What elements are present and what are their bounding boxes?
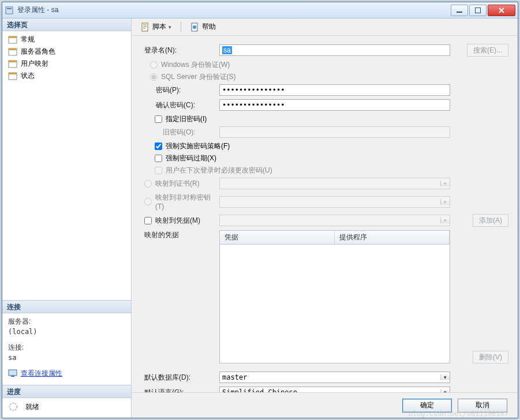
old-password-label: 旧密码(O): — [144, 127, 219, 137]
chevron-down-icon: ▾ — [440, 181, 450, 186]
map-cred-combo: ▾ — [219, 215, 450, 226]
app-icon — [5, 6, 14, 15]
sidebar-item-label: 常规 — [21, 35, 35, 44]
confirm-password-input[interactable] — [219, 99, 450, 111]
sidebar-item-label: 用户映射 — [21, 59, 48, 69]
map-asym-combo: ▾ — [219, 196, 450, 208]
main-panel: 脚本 ▾ 帮助 登录名(N): sa 搜索(E)... — [132, 18, 518, 418]
cancel-button[interactable]: 取消 — [458, 399, 507, 412]
svg-point-17 — [193, 25, 196, 29]
search-button: 搜索(E)... — [467, 44, 508, 57]
help-button[interactable]: 帮助 — [187, 21, 219, 33]
map-cert-combo: ▾ — [219, 178, 450, 189]
svg-rect-7 — [9, 48, 17, 50]
chevron-down-icon[interactable]: ▾ — [440, 374, 450, 380]
minimize-button[interactable] — [451, 5, 468, 16]
sidebar-connection-header: 连接 — [2, 301, 131, 313]
form-area: 登录名(N): sa 搜索(E)... Windows 身份验证(W) SQL … — [132, 36, 518, 392]
must-change-input — [155, 167, 162, 174]
map-cred-label: 映射到凭据(M) — [155, 216, 200, 226]
mapped-creds-label: 映射的凭据 — [144, 230, 219, 240]
svg-rect-9 — [9, 61, 17, 62]
map-asym-label: 映射到非对称密钥(T) — [155, 193, 219, 211]
map-cert-label: 映射到证书(R) — [155, 179, 200, 189]
enforce-policy-input[interactable] — [155, 142, 162, 150]
script-label: 脚本 — [152, 22, 166, 32]
credentials-grid[interactable] — [219, 245, 450, 363]
login-name-label: 登录名(N): — [144, 46, 219, 55]
sidebar-item-server-roles[interactable]: 服务器角色 — [2, 46, 131, 58]
login-name-value: sa — [222, 46, 232, 54]
titlebar[interactable]: 登录属性 - sa — [2, 2, 518, 18]
remove-button: 删除(V) — [473, 351, 508, 363]
monitor-icon — [8, 369, 17, 377]
svg-rect-3 — [475, 7, 481, 13]
default-db-label: 默认数据库(D): — [144, 373, 219, 382]
ok-button[interactable]: 确定 — [402, 399, 452, 412]
sidebar: 选择页 常规 服务器角色 用户映射 状态 — [2, 18, 132, 418]
page-icon — [8, 36, 17, 44]
svg-rect-1 — [7, 8, 12, 9]
sql-auth-radio: SQL Server 身份验证(S) — [144, 72, 508, 82]
svg-rect-5 — [9, 36, 17, 38]
default-lang-combo[interactable]: Simplified Chinese▾ — [219, 387, 450, 392]
view-connection-properties-link[interactable]: 查看连接属性 — [8, 369, 62, 378]
sidebar-item-label: 状态 — [21, 71, 35, 81]
toolbar: 脚本 ▾ 帮助 — [132, 18, 518, 36]
sidebar-page-list: 常规 服务器角色 用户映射 状态 — [2, 31, 131, 84]
confirm-password-label: 确认密码(C): — [144, 100, 219, 110]
page-icon — [8, 48, 17, 56]
default-lang-value: Simplified Chinese — [220, 388, 440, 392]
default-lang-label: 默认语言(G): — [144, 388, 219, 393]
specify-old-password-input[interactable] — [155, 115, 162, 123]
password-input[interactable] — [219, 84, 450, 96]
connection-value: sa — [8, 354, 125, 362]
sidebar-progress-header: 进度 — [2, 385, 131, 398]
page-icon — [8, 72, 17, 80]
enforce-policy-checkbox[interactable]: 强制实施密码策略(F) — [144, 141, 508, 151]
progress-status: 就绪 — [25, 402, 39, 412]
connection-label: 连接: — [8, 343, 125, 352]
login-properties-window: 登录属性 - sa 选择页 常规 服务器角色 用户映射 — [2, 2, 518, 418]
add-button: 添加(A) — [473, 214, 508, 227]
specify-old-password-checkbox[interactable]: 指定旧密码(I) — [144, 114, 508, 124]
script-icon — [141, 22, 150, 32]
default-db-value: master — [220, 373, 440, 381]
view-connection-properties-label: 查看连接属性 — [21, 369, 62, 378]
sidebar-item-status[interactable]: 状态 — [2, 70, 131, 82]
dialog-buttons: 确定 取消 — [132, 392, 518, 418]
svg-rect-11 — [9, 73, 17, 74]
sql-auth-radio-input — [150, 73, 158, 81]
script-button[interactable]: 脚本 ▾ — [137, 21, 175, 33]
sidebar-item-user-mapping[interactable]: 用户映射 — [2, 58, 131, 70]
enforce-expire-input[interactable] — [155, 155, 162, 162]
login-name-input[interactable]: sa — [219, 44, 450, 56]
page-icon — [8, 60, 17, 68]
sidebar-item-label: 服务器角色 — [21, 47, 55, 57]
sidebar-item-general[interactable]: 常规 — [2, 33, 131, 46]
enforce-policy-label: 强制实施密码策略(F) — [166, 141, 230, 151]
old-password-input — [219, 126, 450, 138]
default-db-combo[interactable]: master▾ — [219, 372, 450, 383]
svg-point-14 — [10, 403, 17, 411]
svg-rect-2 — [457, 12, 462, 13]
enforce-expire-checkbox[interactable]: 强制密码过期(X) — [144, 153, 508, 163]
password-label: 密码(P): — [144, 85, 219, 95]
map-asym-radio — [144, 198, 152, 205]
maximize-button[interactable] — [469, 5, 487, 16]
grid-col-provider: 提供程序 — [335, 231, 450, 244]
credentials-grid-header: 凭据 提供程序 — [219, 230, 450, 245]
svg-rect-15 — [142, 23, 148, 31]
sql-auth-label: SQL Server 身份验证(S) — [161, 72, 236, 82]
svg-rect-12 — [9, 370, 17, 376]
windows-auth-label: Windows 身份验证(W) — [161, 60, 230, 70]
close-button[interactable] — [488, 5, 515, 16]
specify-old-password-label: 指定旧密码(I) — [166, 114, 207, 124]
map-cred-checkbox[interactable] — [144, 217, 152, 224]
windows-auth-radio-input — [150, 61, 158, 69]
chevron-down-icon: ▾ — [169, 24, 171, 30]
chevron-down-icon: ▾ — [440, 217, 450, 223]
map-cert-radio — [144, 180, 152, 187]
must-change-checkbox: 用户在下次登录时必须更改密码(U) — [144, 166, 508, 175]
enforce-expire-label: 强制密码过期(X) — [166, 153, 216, 163]
